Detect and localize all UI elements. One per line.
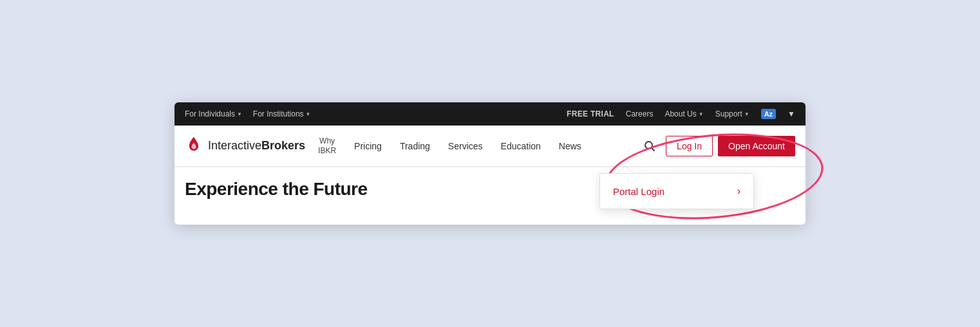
- login-button[interactable]: Log In: [666, 136, 713, 156]
- top-bar-right: FREE TRIAL Careers About Us ▼ Support ▼ …: [567, 109, 795, 119]
- logo[interactable]: InteractiveBrokers: [185, 136, 305, 156]
- logo-icon: [185, 136, 203, 156]
- svg-line-1: [652, 147, 655, 151]
- about-us-menu[interactable]: About Us ▼: [664, 109, 703, 118]
- language-badge[interactable]: Az: [761, 109, 776, 119]
- top-bar-left: For Individuals ▼ For Institutions ▼: [185, 108, 310, 120]
- search-icon: [644, 140, 655, 152]
- about-us-label: About Us: [664, 109, 696, 118]
- careers-link[interactable]: Careers: [626, 109, 654, 118]
- about-us-chevron: ▼: [699, 111, 704, 117]
- login-dropdown: Portal Login ›: [599, 167, 754, 209]
- language-chevron[interactable]: ▼: [787, 109, 795, 118]
- pricing-link[interactable]: Pricing: [345, 126, 391, 167]
- search-button[interactable]: [639, 138, 661, 154]
- news-link[interactable]: News: [550, 126, 590, 167]
- education-link[interactable]: Education: [492, 126, 550, 167]
- top-bar: For Individuals ▼ For Institutions ▼ FRE…: [174, 102, 806, 126]
- why-ibkr-link[interactable]: WhyIBKR: [318, 136, 336, 155]
- main-nav: InteractiveBrokers WhyIBKR Pricing Tradi…: [174, 126, 806, 167]
- support-label: Support: [715, 109, 742, 118]
- for-institutions-menu[interactable]: For Institutions ▼: [253, 109, 311, 118]
- logo-text: InteractiveBrokers: [208, 139, 305, 153]
- trading-link[interactable]: Trading: [391, 126, 439, 167]
- dropdown-menu: Portal Login ›: [599, 173, 754, 209]
- for-individuals-label: For Individuals: [185, 109, 235, 118]
- support-menu[interactable]: Support ▼: [715, 109, 749, 118]
- nav-right: Log In Open Account: [639, 136, 795, 156]
- services-link[interactable]: Services: [439, 126, 492, 167]
- main-nav-links: Pricing Trading Services Education News: [345, 126, 639, 167]
- for-individuals-menu[interactable]: For Individuals ▼: [185, 109, 242, 118]
- dropdown-arrow: [619, 167, 632, 173]
- portal-login-label: Portal Login: [613, 186, 664, 197]
- page-title: Experience the Future: [185, 179, 368, 200]
- open-account-button[interactable]: Open Account: [718, 136, 795, 156]
- free-trial-link[interactable]: FREE TRIAL: [567, 109, 614, 118]
- for-institutions-chevron: ▼: [306, 111, 311, 117]
- for-institutions-label: For Institutions: [253, 109, 304, 118]
- support-chevron: ▼: [744, 111, 749, 117]
- portal-login-item[interactable]: Portal Login ›: [600, 174, 753, 209]
- for-individuals-chevron: ▼: [237, 111, 242, 117]
- portal-login-chevron: ›: [737, 185, 740, 197]
